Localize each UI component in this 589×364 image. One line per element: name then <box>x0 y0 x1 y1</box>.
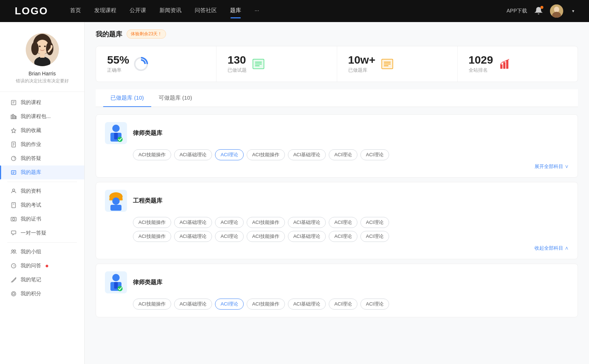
sidebar-item-group-label: 我的小组 <box>21 249 41 255</box>
nav-open[interactable]: 公开课 <box>130 7 146 15</box>
notification-bell[interactable] <box>535 7 543 16</box>
svg-point-10 <box>39 46 40 47</box>
bank-tag-6[interactable]: ACI理论 <box>360 149 389 160</box>
eng-tag2-0[interactable]: ACI技能操作 <box>133 231 171 242</box>
bank-card-engineer-1-expand[interactable]: 收起全部科目 ∧ <box>105 245 569 251</box>
user-avatar[interactable] <box>550 4 563 18</box>
bank-tag-5[interactable]: ACI理论 <box>329 149 357 160</box>
lawyer2-tag-6[interactable]: ACI理论 <box>360 299 389 310</box>
stat-accuracy: 55% 正确率 <box>96 46 216 82</box>
eng-tag-2[interactable]: ACI理论 <box>215 217 244 228</box>
lawyer2-tag-3[interactable]: ACI技能操作 <box>247 299 285 310</box>
eng-tag2-4[interactable]: ACI基础理论 <box>288 231 326 242</box>
nav-home[interactable]: 首页 <box>70 7 81 15</box>
bank-card-lawyer-2-tags: ACI技能操作 ACI基础理论 ACI理论 ACI技能操作 ACI基础理论 AC… <box>133 299 569 310</box>
sidebar-item-course[interactable]: 我的课程 <box>0 96 84 110</box>
eng-tag-6[interactable]: ACI理论 <box>360 217 389 228</box>
nav-qa[interactable]: 问答社区 <box>195 7 217 15</box>
eng-tag-5[interactable]: ACI理论 <box>329 217 357 228</box>
stat-done-questions: 130 已做试题 <box>216 46 337 82</box>
sidebar-item-exam[interactable]: 我的考试 <box>0 198 84 212</box>
sidebar-item-qa-label: 我的答疑 <box>21 155 41 162</box>
stats-row: 55% 正确率 130 已做试题 <box>96 46 578 82</box>
bank-tag-2[interactable]: ACI理论 <box>215 149 244 160</box>
eng-tag2-6[interactable]: ACI理论 <box>360 231 389 242</box>
sidebar-item-questions[interactable]: ? 我的问答 <box>0 259 84 273</box>
svg-rect-17 <box>14 115 15 119</box>
eng-tag2-1[interactable]: ACI基础理论 <box>174 231 212 242</box>
bank-card-engineer-1-icon <box>105 190 127 212</box>
sidebar-menu: 我的课程 我的课程包... 我的收藏 我的作业 <box>0 92 84 304</box>
stat-done-banks: 10w+ 已做题库 <box>337 46 458 82</box>
tab-available[interactable]: 可做题库 (10) <box>151 89 200 107</box>
bank-card-lawyer-2-icon <box>105 271 127 293</box>
svg-rect-63 <box>110 205 121 211</box>
eng-tag-0[interactable]: ACI技能操作 <box>133 217 171 228</box>
eng-tag-1[interactable]: ACI基础理论 <box>174 217 212 228</box>
lawyer2-tag-2[interactable]: ACI理论 <box>215 299 244 310</box>
sidebar-item-bank[interactable]: 我的题库 <box>0 165 84 179</box>
svg-rect-30 <box>12 203 15 208</box>
eng-tag-3[interactable]: ACI技能操作 <box>247 217 285 228</box>
bank-card-lawyer-2-title: 律师类题库 <box>133 279 162 286</box>
sidebar-item-notes[interactable]: 我的笔记 <box>0 273 84 287</box>
svg-rect-54 <box>503 62 505 69</box>
lawyer2-tag-0[interactable]: ACI技能操作 <box>133 299 171 310</box>
nav-bank[interactable]: 题库 <box>230 7 241 15</box>
one-on-one-icon <box>10 230 17 236</box>
sidebar-item-points[interactable]: 我的积分 <box>0 287 84 301</box>
sidebar-item-course-pkg-label: 我的课程包... <box>21 113 51 120</box>
sidebar-item-qa-personal[interactable]: ? 我的答疑 <box>0 151 84 165</box>
sidebar-item-favorites[interactable]: 我的收藏 <box>0 124 84 138</box>
nav-news[interactable]: 新闻资讯 <box>159 7 181 15</box>
cert-icon <box>10 216 17 222</box>
svg-point-29 <box>13 189 15 191</box>
stat-done-banks-icon <box>380 57 395 71</box>
svg-rect-15 <box>11 115 12 119</box>
sidebar-item-course-pkg[interactable]: 我的课程包... <box>0 110 84 124</box>
bank-tag-3[interactable]: ACI技能操作 <box>247 149 285 160</box>
eng-tag2-5[interactable]: ACI理论 <box>329 231 357 242</box>
stat-accuracy-label: 正确率 <box>107 67 129 74</box>
eng-tag2-3[interactable]: ACI技能操作 <box>247 231 285 242</box>
tab-done[interactable]: 已做题库 (10) <box>103 89 151 107</box>
bank-card-lawyer-1-title: 律师类题库 <box>133 129 162 137</box>
eng-tag-4[interactable]: ACI基础理论 <box>288 217 326 228</box>
sidebar-item-questions-label: 我的问答 <box>21 263 41 269</box>
nav-more[interactable]: ··· <box>254 7 259 15</box>
user-dropdown-arrow[interactable]: ▾ <box>572 8 574 14</box>
qa-personal-icon: ? <box>10 155 17 162</box>
stat-done-banks-value: 10w+ <box>348 54 375 65</box>
sidebar-item-cert[interactable]: 我的证书 <box>0 212 84 226</box>
bank-tag-0[interactable]: ACI技能操作 <box>133 149 171 160</box>
lawyer2-tag-4[interactable]: ACI基础理论 <box>288 299 326 310</box>
bank-card-lawyer-1: 律师类题库 ACI技能操作 ACI基础理论 ACI理论 ACI技能操作 ACI基… <box>96 114 578 178</box>
bank-card-lawyer-2: 律师类题库 ACI技能操作 ACI基础理论 ACI理论 ACI技能操作 ACI基… <box>96 264 578 317</box>
sidebar-item-exam-label: 我的考试 <box>21 202 41 208</box>
bank-card-lawyer-1-expand[interactable]: 展开全部科目 ∨ <box>105 163 569 170</box>
app-download-link[interactable]: APP下载 <box>507 8 527 14</box>
svg-rect-12 <box>11 100 16 105</box>
sidebar-profile: Brian Harris 错误的决定比没有决定要好 <box>0 29 84 92</box>
sidebar-item-one-on-one[interactable]: 一对一答疑 <box>0 226 84 240</box>
sidebar-item-homework[interactable]: 我的作业 <box>0 138 84 151</box>
bank-tag-1[interactable]: ACI基础理论 <box>174 149 212 160</box>
stat-accuracy-info: 55% 正确率 <box>107 54 129 74</box>
stat-done-questions-icon <box>251 57 266 71</box>
stat-accuracy-value: 55% <box>107 54 129 65</box>
course-pkg-icon <box>10 113 17 120</box>
stat-rank-label: 全站排名 <box>469 67 493 74</box>
bank-card-engineer-1: 工程类题库 ACI技能操作 ACI基础理论 ACI理论 ACI技能操作 ACI基… <box>96 182 578 259</box>
page-title: 我的题库 <box>96 30 122 39</box>
lawyer2-tag-5[interactable]: ACI理论 <box>329 299 357 310</box>
sidebar-item-profile[interactable]: 我的资料 <box>0 184 84 198</box>
lawyer2-tag-1[interactable]: ACI基础理论 <box>174 299 212 310</box>
svg-point-34 <box>12 250 14 252</box>
eng-tag2-2[interactable]: ACI理论 <box>215 231 244 242</box>
bank-tag-4[interactable]: ACI基础理论 <box>288 149 326 160</box>
sidebar-item-group[interactable]: 我的小组 <box>0 245 84 259</box>
nav-discover[interactable]: 发现课程 <box>94 7 116 15</box>
stat-rank-value: 1029 <box>469 54 493 65</box>
svg-rect-58 <box>114 133 118 139</box>
sidebar-avatar <box>26 33 59 66</box>
